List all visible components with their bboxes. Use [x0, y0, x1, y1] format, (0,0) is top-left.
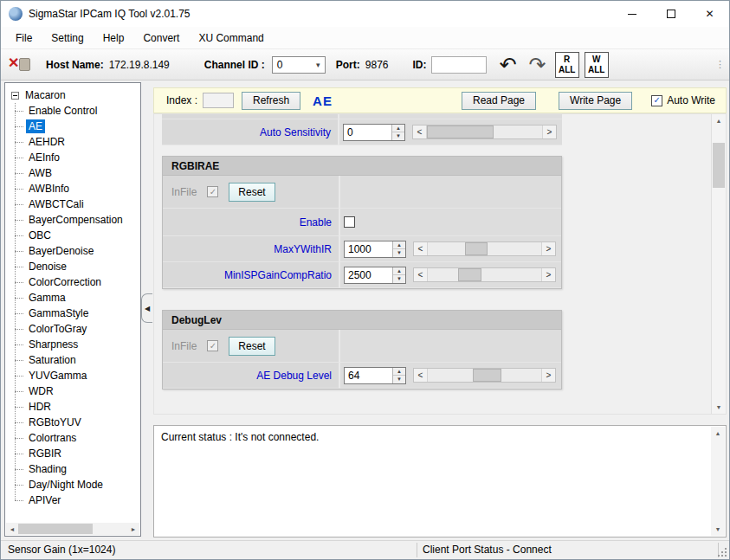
- write-page-button[interactable]: Write Page: [559, 92, 632, 110]
- read-page-button[interactable]: Read Page: [462, 92, 536, 110]
- tree-item-saturation[interactable]: Saturation: [9, 352, 139, 368]
- channel-id-combo[interactable]: 0 ▾: [272, 56, 326, 74]
- scroll-right-icon[interactable]: ►: [127, 523, 139, 535]
- tree-item-denoise[interactable]: Denoise: [9, 259, 139, 274]
- menu-help[interactable]: Help: [94, 27, 134, 48]
- tree-item-colorcorrection[interactable]: ColorCorrection: [9, 274, 139, 290]
- resize-grip[interactable]: [716, 546, 728, 558]
- auto-sensitivity-slider-track[interactable]: [427, 126, 542, 138]
- ae-debug-level-spin-down-icon[interactable]: ▼: [393, 375, 405, 383]
- minispgaincompratio-spinner[interactable]: 2500▲▼: [344, 267, 406, 284]
- auto-sensitivity-slider-left-icon[interactable]: <: [413, 126, 427, 138]
- redo-icon[interactable]: ↷: [529, 55, 546, 75]
- tree-item-apiver[interactable]: APIVer: [9, 492, 139, 508]
- port-value[interactable]: 9876: [365, 59, 389, 71]
- tree-collapse-icon[interactable]: [11, 92, 19, 100]
- auto-sensitivity-slider-right-icon[interactable]: >: [542, 126, 556, 138]
- scroll-left-icon[interactable]: ◄: [6, 523, 18, 535]
- tree-item-yuvgamma[interactable]: YUVGamma: [9, 368, 139, 383]
- content-scrollbar[interactable]: ▲ ▼: [711, 114, 726, 414]
- maxywithir-slider-right-icon[interactable]: >: [541, 242, 555, 255]
- tree-item-awb[interactable]: AWB: [9, 165, 139, 181]
- undo-icon[interactable]: ↶: [499, 55, 516, 75]
- log-scrollbar[interactable]: ▲ ▼: [711, 427, 725, 536]
- tree-root-macaron[interactable]: Macaron: [9, 87, 139, 103]
- minispgaincompratio-slider-track[interactable]: [428, 268, 541, 281]
- ae-debug-level-slider-right-icon[interactable]: >: [541, 369, 555, 382]
- tree-item-aeinfo[interactable]: AEInfo: [9, 150, 139, 165]
- maximize-button[interactable]: [651, 1, 690, 27]
- auto-sensitivity-spin-up-icon[interactable]: ▲: [392, 125, 404, 132]
- tree-item-rgbir[interactable]: RGBIR: [9, 446, 139, 461]
- tree-item-wdr[interactable]: WDR: [9, 383, 139, 399]
- scroll-down-icon[interactable]: ▼: [712, 401, 726, 414]
- scroll-up-icon[interactable]: ▲: [712, 114, 726, 127]
- tree-item-colortrans[interactable]: Colortrans: [9, 430, 139, 446]
- minispgaincompratio-slider-right-icon[interactable]: >: [541, 268, 555, 281]
- ae-debug-level-spin-up-icon[interactable]: ▲: [393, 368, 405, 376]
- ae-debug-level-slider-left-icon[interactable]: <: [414, 369, 428, 382]
- auto-write-checkbox[interactable]: ✓: [651, 95, 662, 106]
- menu-setting[interactable]: Setting: [42, 27, 93, 48]
- ae-debug-level-slider-track[interactable]: [428, 369, 541, 382]
- ae-debug-level-slider[interactable]: <>: [413, 368, 556, 383]
- enable-checkbox[interactable]: [344, 216, 355, 228]
- index-input[interactable]: [203, 93, 234, 108]
- disconnect-icon[interactable]: ✕: [8, 55, 32, 75]
- maxywithir-slider[interactable]: <>: [413, 241, 556, 256]
- infile-checkbox[interactable]: ✓: [207, 186, 218, 197]
- maxywithir-slider-left-icon[interactable]: <: [414, 242, 428, 255]
- auto-sensitivity-spin-down-icon[interactable]: ▼: [392, 132, 404, 140]
- minispgaincompratio-slider-thumb[interactable]: [458, 268, 481, 281]
- ae-debug-level-slider-thumb[interactable]: [473, 369, 501, 382]
- minispgaincompratio-slider-left-icon[interactable]: <: [414, 268, 428, 281]
- auto-sensitivity-slider[interactable]: <>: [412, 125, 557, 139]
- maxywithir-spin-up-icon[interactable]: ▲: [393, 241, 405, 249]
- log-scroll-up-icon[interactable]: ▲: [711, 427, 725, 440]
- tree-item-bayercompensation[interactable]: BayerCompensation: [9, 212, 139, 228]
- tree-item-obc[interactable]: OBC: [9, 228, 139, 243]
- tree-horizontal-scrollbar[interactable]: ◄ ►: [6, 523, 139, 535]
- ae-debug-level-spinner[interactable]: 64▲▼: [344, 367, 406, 384]
- tree-item-shading[interactable]: Shading: [9, 461, 139, 477]
- menu-convert[interactable]: Convert: [133, 27, 189, 48]
- tree-item-enable-control[interactable]: Enable Control: [9, 103, 139, 119]
- minispgaincompratio-slider[interactable]: <>: [413, 267, 556, 282]
- maxywithir-spinner[interactable]: 1000▲▼: [344, 241, 406, 258]
- reset-button[interactable]: Reset: [229, 183, 275, 202]
- auto-write-option[interactable]: ✓ Auto Write: [651, 94, 715, 106]
- minispgaincompratio-spin-down-icon[interactable]: ▼: [393, 274, 405, 283]
- tree-item-rgbtoyuv[interactable]: RGBtoYUV: [9, 415, 139, 430]
- tree-item-hdr[interactable]: HDR: [9, 399, 139, 415]
- content-scroll-thumb[interactable]: [713, 143, 725, 188]
- reset-button[interactable]: Reset: [229, 337, 275, 356]
- menu-file[interactable]: File: [6, 27, 42, 48]
- tree-item-gammastyle[interactable]: GammaStyle: [9, 306, 139, 321]
- auto-sensitivity-spinner[interactable]: 0▲▼: [343, 124, 405, 141]
- write-all-button[interactable]: W ALL: [585, 52, 609, 78]
- content-scroll-track[interactable]: [712, 127, 726, 401]
- read-all-button[interactable]: R ALL: [555, 52, 579, 78]
- minispgaincompratio-spin-up-icon[interactable]: ▲: [393, 267, 405, 275]
- maxywithir-spin-down-icon[interactable]: ▼: [393, 248, 405, 257]
- tree-item-aehdr[interactable]: AEHDR: [9, 134, 139, 150]
- toolbar-overflow-icon[interactable]: ⋮: [715, 59, 725, 70]
- id-input[interactable]: [431, 56, 487, 74]
- close-button[interactable]: ✕: [690, 1, 729, 27]
- tree-item-sharpness[interactable]: Sharpness: [9, 337, 139, 352]
- tree-item-ae[interactable]: AE: [9, 119, 139, 134]
- auto-sensitivity-slider-thumb[interactable]: [427, 126, 494, 138]
- menu-xu-command[interactable]: XU Command: [189, 27, 273, 48]
- combo-dropdown-icon[interactable]: ▾: [312, 61, 325, 69]
- tree-scroll-thumb[interactable]: [18, 524, 93, 534]
- infile-checkbox[interactable]: ✓: [207, 340, 218, 351]
- tree-item-awbctcali[interactable]: AWBCTCali: [9, 196, 139, 212]
- minimize-button[interactable]: [612, 1, 651, 27]
- tree-scroll-track[interactable]: [18, 523, 127, 535]
- sidebar-collapse-button[interactable]: ◀: [141, 293, 152, 323]
- maxywithir-slider-track[interactable]: [428, 242, 541, 255]
- tree-item-colortogray[interactable]: ColorToGray: [9, 321, 139, 337]
- refresh-button[interactable]: Refresh: [242, 92, 300, 110]
- maxywithir-slider-thumb[interactable]: [465, 242, 488, 255]
- host-name-value[interactable]: 172.19.8.149: [109, 59, 170, 71]
